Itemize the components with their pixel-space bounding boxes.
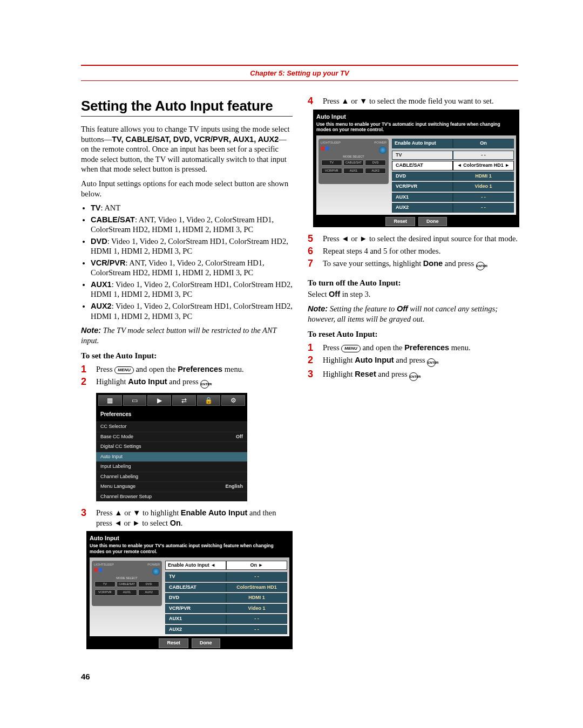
up-arrow-icon: ▲ bbox=[114, 508, 122, 517]
auto-input-screenshot-2: Auto Input Use this menu to enable your … bbox=[313, 110, 519, 228]
ai-row: TV- - bbox=[165, 572, 287, 582]
reset-step-3: 3 Highlight Reset and press ENTER. bbox=[308, 369, 519, 381]
option-item: AUX1: Video 1, Video 2, ColorStream HD1,… bbox=[91, 280, 293, 300]
pref-row: Digital CC Settings bbox=[96, 441, 247, 452]
ai-title: Auto Input bbox=[316, 113, 516, 120]
rule-bottom bbox=[81, 80, 518, 81]
auto-input-screenshot-1: Auto Input Use this menu to enable your … bbox=[86, 531, 293, 649]
ai-row: TV- - bbox=[392, 151, 514, 160]
subhead-set: To set the Auto Input: bbox=[81, 351, 293, 361]
ai-row: AUX1- - bbox=[392, 193, 514, 202]
ai-row: DVDHDMI 1 bbox=[165, 593, 287, 603]
menu-tab-icon: ⇄ bbox=[172, 395, 196, 406]
option-item: VCR/PVR: ANT, Video 1, Video 2, ColorStr… bbox=[91, 258, 293, 278]
option-item: AUX2: Video 1, Video 2, ColorStream HD1,… bbox=[91, 301, 293, 321]
ai-header-row: Enable Auto Input ◄ On ► bbox=[165, 561, 287, 570]
menu-tab-icon: ▶ bbox=[147, 395, 171, 406]
section-title: Setting the Auto Input feature bbox=[81, 97, 293, 115]
ai-row: AUX2- - bbox=[392, 203, 514, 213]
left-arrow-icon: ◄ bbox=[114, 519, 121, 527]
enter-button-icon: ENTER bbox=[409, 372, 418, 381]
chapter-heading: Chapter 5: Setting up your TV bbox=[81, 68, 518, 80]
menu-button-icon: MENU bbox=[114, 366, 134, 374]
left-arrow-icon: ◄ bbox=[341, 234, 349, 243]
remote-graphic: LIGHTSLEEPPOWER MODE SELECT TVCABLE/SATD… bbox=[318, 139, 389, 184]
pref-row: Auto Input bbox=[96, 452, 247, 462]
title-underline bbox=[81, 116, 293, 117]
pref-row: Channel Labeling bbox=[96, 472, 247, 482]
turnoff-body: Select Off in step 3. bbox=[308, 289, 519, 300]
menu-tab-icon: ⚙ bbox=[221, 395, 245, 406]
ai-row: VCR/PVRVideo 1 bbox=[165, 604, 287, 614]
preferences-menu-screenshot: ▦▭▶⇄🔒⚙ Preferences CC SelectorBase CC Mo… bbox=[96, 393, 247, 501]
enter-button-icon: ENTER bbox=[427, 358, 436, 367]
step-7: 7 To save your settings, highlight Done … bbox=[308, 258, 519, 270]
reset-button: Reset bbox=[159, 638, 188, 648]
menu-button-icon: MENU bbox=[341, 345, 361, 352]
step-5: 5 Press ◄ or ► to select the desired inp… bbox=[308, 234, 519, 244]
subhead-reset: To reset Auto Input: bbox=[308, 329, 519, 339]
menu-tab-icon: 🔒 bbox=[197, 395, 221, 406]
note-ant: Note: The TV mode select button will be … bbox=[81, 325, 293, 345]
ai-row: CABLE/SAT◄ ColorStream HD1 ► bbox=[392, 161, 514, 171]
done-button: Done bbox=[192, 638, 220, 648]
page-number: 46 bbox=[81, 672, 518, 681]
down-arrow-icon: ▼ bbox=[133, 508, 140, 517]
ai-title: Auto Input bbox=[90, 534, 289, 542]
pref-row: Channel Browser Setup bbox=[96, 492, 247, 502]
ai-row: VCR/PVRVideo 1 bbox=[392, 182, 514, 192]
up-arrow-icon: ▲ bbox=[341, 97, 349, 105]
pref-row: CC Selector bbox=[96, 421, 247, 432]
pref-row: Input Labeling bbox=[96, 461, 247, 472]
right-arrow-icon: ► bbox=[132, 519, 140, 527]
ai-subtitle: Use this menu to enable your TV's automa… bbox=[90, 543, 289, 554]
enter-button-icon: ENTER bbox=[476, 262, 485, 270]
reset-step-2: 2 Highlight Auto Input and press ENTER. bbox=[308, 355, 519, 367]
rule-top bbox=[81, 65, 518, 66]
reset-step-1: 1 Press MENU and open the Preferences me… bbox=[308, 343, 519, 353]
menu-tab-icon: ▦ bbox=[98, 395, 122, 406]
ai-row: DVDHDMI 1 bbox=[392, 172, 514, 181]
step-1: 1 Press MENU and open the Preferences me… bbox=[81, 364, 293, 375]
step-2: 2 Highlight Auto Input and press ENTER. bbox=[81, 377, 293, 389]
subhead-turnoff: To turn off the Auto Input: bbox=[308, 278, 519, 288]
right-arrow-icon: ► bbox=[360, 234, 367, 243]
pref-row: Menu LanguageEnglish bbox=[96, 481, 247, 492]
ai-subtitle: Use this menu to enable your TV's automa… bbox=[316, 121, 516, 132]
step-6: 6 Repeat steps 4 and 5 for other modes. bbox=[308, 246, 519, 256]
pref-title: Preferences bbox=[96, 408, 247, 421]
option-item: TV: ANT bbox=[91, 203, 293, 213]
option-list: TV: ANTCABLE/SAT: ANT, Video 1, Video 2,… bbox=[91, 203, 293, 321]
pref-row: Base CC ModeOff bbox=[96, 432, 247, 442]
remote-graphic: LIGHTSLEEPPOWER MODE SELECT TVCABLE/SATD… bbox=[92, 561, 162, 606]
enter-button-icon: ENTER bbox=[200, 380, 209, 389]
ai-row: CABLE/SATColorStream HD1 bbox=[165, 583, 287, 593]
option-item: CABLE/SAT: ANT, Video 1, Video 2, ColorS… bbox=[91, 215, 293, 235]
intro-paragraph-2: Auto Input settings options for each mod… bbox=[81, 179, 293, 199]
note-off: Note: Setting the feature to Off will no… bbox=[308, 304, 519, 324]
ai-row: AUX2- - bbox=[165, 625, 287, 635]
menu-tab-icon: ▭ bbox=[123, 395, 147, 406]
ai-row: AUX1- - bbox=[165, 614, 287, 624]
reset-button: Reset bbox=[385, 217, 415, 227]
step-3: 3 Press ▲ or ▼ to highlight Enable Auto … bbox=[81, 508, 293, 528]
done-button: Done bbox=[418, 217, 447, 227]
ai-header-row: Enable Auto Input On bbox=[392, 139, 514, 148]
option-item: DVD: Video 1, Video 2, ColorStream HD1, … bbox=[91, 236, 293, 256]
down-arrow-icon: ▼ bbox=[360, 97, 367, 105]
step-4: 4 Press ▲ or ▼ to select the mode field … bbox=[308, 96, 519, 106]
intro-paragraph-1: This feature allows you to change TV inp… bbox=[81, 124, 293, 174]
